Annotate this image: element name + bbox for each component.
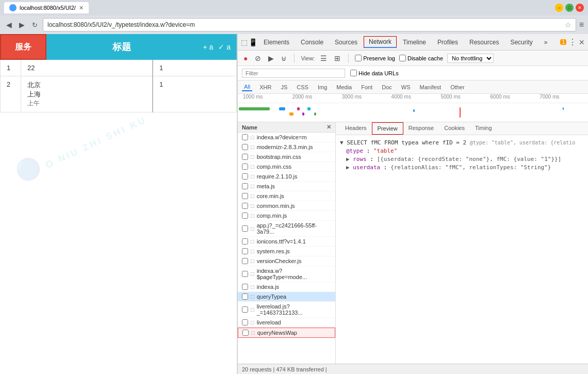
check-action[interactable]: ✓ a — [218, 43, 231, 51]
detail-tab-preview[interactable]: Preview — [372, 122, 403, 135]
hide-urls-input[interactable] — [350, 70, 357, 76]
list-item[interactable]: □ versionChecker.js — [238, 256, 335, 266]
tab-network[interactable]: Network — [364, 36, 397, 48]
list-item-highlighted[interactable]: □ queryNewsWap — [238, 328, 335, 338]
devtools-more-icon[interactable]: ⋮ — [568, 37, 577, 47]
file-checkbox[interactable] — [242, 271, 248, 277]
type-tab-all[interactable]: All — [242, 83, 252, 91]
files-panel-close[interactable]: ✕ — [326, 124, 331, 131]
type-tab-font[interactable]: Font — [359, 84, 374, 91]
file-checkbox[interactable] — [242, 183, 248, 189]
list-item[interactable]: □ ionicons.ttf?v=1.4.1 — [238, 237, 335, 247]
type-tab-xhr[interactable]: XHR — [257, 84, 273, 91]
file-checkbox[interactable] — [242, 225, 248, 232]
detail-tab-cookies[interactable]: Cookies — [439, 122, 470, 135]
view-list-button[interactable]: ☰ — [319, 54, 329, 63]
list-item[interactable]: □ core.min.js — [238, 191, 335, 201]
record-button[interactable]: ● — [242, 54, 249, 63]
tab-close-button[interactable]: ✕ — [79, 5, 84, 11]
file-checkbox[interactable] — [242, 164, 248, 170]
detail-tab-response[interactable]: Response — [403, 122, 439, 135]
browser-tab[interactable]: localhost:8080/x5/UI2/ ✕ — [4, 2, 89, 13]
window-controls: － □ ✕ — [555, 4, 584, 12]
file-name: meta.js — [257, 183, 275, 189]
maximize-button[interactable]: □ — [565, 4, 574, 12]
tab-timeline[interactable]: Timeline — [398, 37, 431, 48]
type-tab-doc[interactable]: Doc — [380, 84, 394, 91]
close-button[interactable]: ✕ — [576, 4, 584, 12]
file-checkbox[interactable] — [242, 144, 248, 150]
list-item[interactable]: □ system.res.js — [238, 247, 335, 256]
file-checkbox[interactable] — [242, 284, 248, 290]
devtools-inspect-icon[interactable]: ⬚ — [241, 38, 248, 46]
type-tab-manifest[interactable]: Manifest — [418, 84, 444, 91]
file-checkbox[interactable] — [242, 173, 248, 180]
devtools-close-icon[interactable]: ✕ — [579, 38, 585, 46]
file-checkbox[interactable] — [242, 134, 248, 140]
detail-tab-headers[interactable]: Headers — [340, 122, 372, 135]
list-item[interactable]: □ meta.js — [238, 182, 335, 191]
expand-arrow-userdata[interactable]: ▶ — [346, 164, 353, 171]
list-item[interactable]: □ livereload — [238, 318, 335, 328]
file-checkbox[interactable] — [242, 306, 248, 313]
type-tab-media[interactable]: Media — [334, 84, 354, 91]
file-checkbox[interactable] — [242, 319, 248, 326]
list-item[interactable]: □ indexa.w?$pageType=mode... — [238, 266, 335, 282]
preserve-log-checkbox[interactable]: Preserve log — [355, 55, 395, 61]
back-button[interactable]: ◀ — [4, 20, 14, 30]
bookmark-icon[interactable]: ☆ — [565, 21, 571, 29]
refresh-button[interactable]: ↻ — [30, 20, 40, 30]
file-checkbox[interactable] — [242, 294, 248, 300]
devtools-mobile-icon[interactable]: 📱 — [249, 38, 257, 46]
type-tab-ws[interactable]: WS — [399, 84, 413, 91]
file-checkbox[interactable] — [242, 330, 249, 336]
file-checkbox[interactable] — [242, 248, 248, 254]
tab-console[interactable]: Console — [296, 37, 329, 48]
disable-cache-checkbox[interactable]: Disable cache — [399, 55, 443, 61]
menu-icon[interactable]: ≡ — [579, 20, 584, 29]
hide-urls-checkbox[interactable]: Hide data URLs — [350, 70, 399, 76]
filter-input[interactable] — [242, 69, 345, 78]
type-tab-other[interactable]: Other — [448, 84, 467, 91]
tab-profiles[interactable]: Profiles — [432, 37, 463, 48]
file-checkbox[interactable] — [242, 154, 248, 160]
file-checkbox[interactable] — [242, 258, 248, 264]
list-item[interactable]: □ indexa.w?device=m — [238, 133, 335, 142]
minimize-button[interactable]: － — [555, 4, 563, 12]
list-item[interactable]: □ require.2.1.10.js — [238, 172, 335, 182]
file-checkbox[interactable] — [242, 203, 248, 209]
list-item[interactable]: □ indexa.js — [238, 282, 335, 292]
type-tab-css[interactable]: CSS — [295, 84, 311, 91]
tab-resources[interactable]: Resources — [464, 37, 504, 48]
file-checkbox[interactable] — [242, 213, 248, 219]
file-checkbox[interactable] — [242, 238, 248, 245]
list-item[interactable]: □ comp.min.css — [238, 162, 335, 172]
tab-sources[interactable]: Sources — [330, 37, 363, 48]
list-item[interactable]: □ comp.min.js — [238, 211, 335, 221]
expand-arrow[interactable]: ▼ — [340, 139, 347, 146]
video-button[interactable]: ▶ — [267, 54, 275, 63]
file-checkbox[interactable] — [242, 193, 248, 199]
filter-button[interactable]: ⊍ — [280, 54, 288, 63]
add-action[interactable]: + a — [203, 43, 213, 51]
tab-elements[interactable]: Elements — [258, 37, 295, 48]
list-item[interactable]: □ bootstrap.min.css — [238, 152, 335, 162]
throttle-select[interactable]: No throttling — [447, 54, 494, 63]
list-item[interactable]: □ app.j?_=c2421666-55ff-3a79... — [238, 221, 335, 237]
address-bar[interactable]: localhost:8080/x5/UI2/v_/typetest/indexa… — [43, 18, 576, 31]
type-tab-js[interactable]: JS — [279, 84, 289, 91]
type-tab-img[interactable]: Img — [316, 84, 329, 91]
list-item[interactable]: □ livereload.js?_=14637312133... — [238, 302, 335, 318]
stop-button[interactable]: ⊘ — [253, 54, 263, 63]
forward-button[interactable]: ▶ — [17, 20, 27, 30]
expand-arrow-rows[interactable]: ▶ — [346, 156, 353, 162]
list-item[interactable]: □ modernizr-2.8.3.min.js — [238, 142, 335, 152]
list-item[interactable]: □ common.min.js — [238, 201, 335, 211]
disable-cache-input[interactable] — [399, 55, 406, 61]
tab-security[interactable]: Security — [505, 37, 537, 48]
preserve-log-input[interactable] — [355, 55, 362, 61]
tab-more[interactable]: » — [539, 37, 553, 48]
detail-tab-timing[interactable]: Timing — [470, 122, 497, 135]
view-grid-button[interactable]: ⊞ — [333, 54, 342, 63]
list-item-selected[interactable]: □ queryTypea — [238, 292, 335, 302]
